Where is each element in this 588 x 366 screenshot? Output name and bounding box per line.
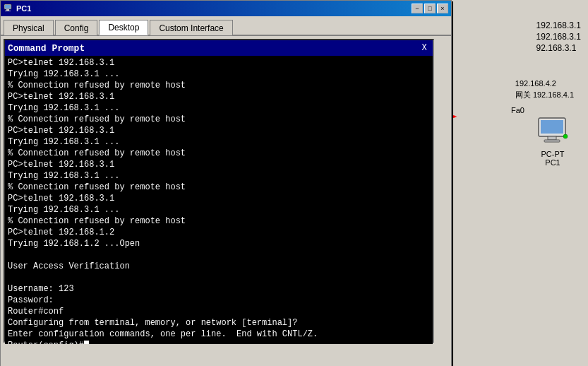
ip-label-3: 92.168.3.1: [536, 42, 581, 54]
tab-bar: Physical Config Desktop Custom Interface: [1, 16, 451, 36]
svg-rect-4: [548, 136, 556, 140]
tab-custom-interface[interactable]: Custom Interface: [150, 20, 232, 35]
close-button[interactable]: ×: [437, 4, 448, 13]
restore-button[interactable]: □: [424, 4, 436, 13]
cmd-title-bar: Command Prompt X: [5, 40, 433, 56]
pc-name-label: PC1: [535, 158, 570, 167]
svg-rect-9: [6, 9, 9, 11]
svg-rect-8: [5, 5, 11, 8]
svg-rect-3: [541, 120, 563, 134]
content-area: Command Prompt X PC>telnet 192.168.3.1 T…: [1, 36, 451, 366]
tab-config[interactable]: Config: [55, 20, 98, 35]
cmd-close-button[interactable]: X: [419, 43, 430, 53]
pc-info: 192.168.4.2 网关 192.168.4.1: [515, 78, 574, 100]
pc-node: PC-PT PC1: [535, 117, 570, 167]
window-title: PC1: [16, 4, 31, 13]
fa0-label: Fa0: [511, 106, 524, 114]
window-icon: [4, 4, 13, 13]
pc1-window: PC1 − □ × Physical Config Desktop Custom…: [0, 0, 452, 366]
tab-desktop[interactable]: Desktop: [99, 20, 148, 35]
cursor: [84, 341, 89, 344]
cmd-title-text: Command Prompt: [8, 43, 85, 54]
title-bar-left: PC1: [4, 4, 31, 13]
tab-physical[interactable]: Physical: [4, 20, 54, 35]
ip-labels-top: 192.168.3.1 192.168.3.1 92.168.3.1: [536, 20, 581, 54]
pc-type-label: PC-PT: [535, 150, 570, 158]
ip-label-2: 192.168.3.1: [536, 31, 581, 42]
svg-rect-10: [5, 11, 11, 11]
cmd-body[interactable]: PC>telnet 192.168.3.1 Trying 192.168.3.1…: [5, 56, 433, 344]
minimize-button[interactable]: −: [412, 4, 423, 13]
title-bar: PC1 − □ ×: [1, 1, 451, 16]
svg-point-6: [563, 134, 568, 138]
svg-rect-5: [544, 140, 560, 142]
pc-gateway: 网关 192.168.4.1: [515, 89, 574, 100]
ip-label-1: 192.168.3.1: [536, 20, 581, 31]
pc-ip: 192.168.4.2: [515, 78, 574, 89]
pc-icon: [535, 117, 570, 146]
command-prompt-window: Command Prompt X PC>telnet 192.168.3.1 T…: [4, 39, 434, 343]
title-bar-buttons[interactable]: − □ ×: [412, 4, 448, 13]
